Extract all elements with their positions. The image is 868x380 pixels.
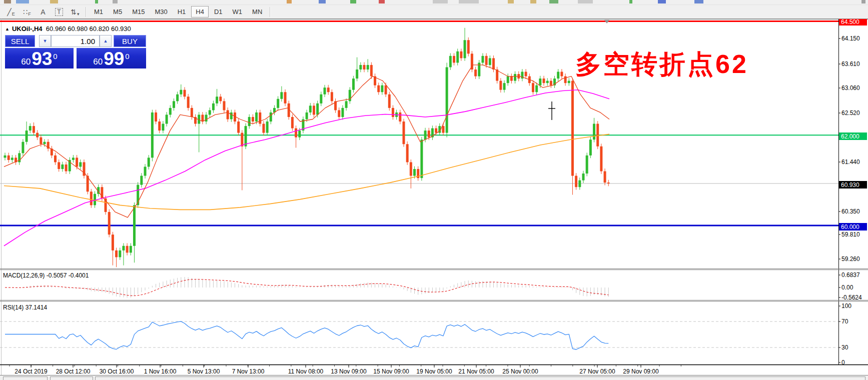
- axis-tick-label: 62.520: [841, 110, 860, 116]
- axis-tick-label: 59.810: [841, 231, 860, 238]
- timeframe-d1[interactable]: D1: [210, 6, 227, 18]
- bid-price-box[interactable]: 60930: [5, 48, 74, 68]
- time-tick-label: 28 Oct 12:00: [56, 368, 91, 375]
- axis-tick-label: 63.610: [841, 60, 860, 68]
- main-toolbar: ╱E∷FAT⇅▾ M1M5M15M30H1H4D1W1MN: [0, 5, 868, 19]
- ohlc-values: 60.960 60.980 60.820 60.930: [46, 25, 131, 32]
- clipped-icon: [578, 0, 593, 4]
- clipped-icon: [508, 0, 514, 4]
- one-click-trading-panel: SELL ▼ ▲ BUY 60930 60990: [4, 34, 147, 68]
- timeframe-w1[interactable]: W1: [228, 6, 247, 18]
- time-tick-label: 5 Nov 13:00: [188, 368, 220, 375]
- text-tool[interactable]: A: [36, 6, 51, 18]
- axis-tick-label: 0: [841, 359, 845, 366]
- macd-name: MACD(12,26,9): [3, 272, 45, 279]
- bid-pips: 93: [32, 51, 52, 67]
- macd-indicator-label: MACD(12,26,9) -0.5057 -0.4001: [3, 272, 89, 279]
- timeframe-m15[interactable]: M15: [128, 6, 149, 18]
- rsi-name: RSI(14): [3, 304, 24, 311]
- ask-price-box[interactable]: 60990: [77, 48, 146, 68]
- volume-input[interactable]: [51, 35, 100, 47]
- clipped-icon: [658, 0, 666, 4]
- bid-pipette: 0: [53, 52, 57, 60]
- axis-tick-label: 70: [841, 318, 848, 325]
- clipped-icon: [861, 0, 865, 4]
- chart-title: ▲UKOil-,H4 60.960 60.980 60.820 60.930: [5, 25, 131, 32]
- price-level-badge: 64.500: [839, 18, 867, 26]
- ask-pipette: 0: [125, 52, 129, 60]
- ask-pips: 99: [104, 51, 124, 67]
- time-tick-label: 7 Nov 13:00: [232, 368, 265, 375]
- time-tick-label: 29 Nov 09:00: [623, 368, 658, 375]
- toolbar-separator-2: [270, 7, 271, 17]
- trading-terminal-window: { "toolbar": { "drawing_tools": [ {"name…: [0, 0, 868, 380]
- timeframe-group: M1M5M15M30H1H4D1W1MN: [89, 6, 267, 18]
- clipped-icon: [350, 0, 356, 4]
- status-bar-clipped: [0, 375, 868, 380]
- axis-tick-label: 0.6837: [841, 272, 860, 278]
- timeframe-m1[interactable]: M1: [90, 6, 108, 18]
- axis-tick-label: 63.060: [841, 84, 860, 92]
- axis-tick-label: 0.00: [841, 284, 853, 291]
- axis-tick-label: 64.150: [841, 35, 860, 42]
- status-box: [3, 376, 48, 380]
- time-tick-label: 11 Nov 08:00: [288, 368, 324, 375]
- ask-big-figure: 60: [93, 58, 103, 66]
- clipped-icon: [50, 0, 58, 4]
- axis-tick-label: 59.260: [841, 256, 860, 262]
- clipped-icon: [319, 0, 326, 4]
- rsi-value: 37.1414: [26, 304, 47, 311]
- sell-button[interactable]: SELL: [5, 35, 35, 47]
- clipped-icon: [694, 0, 703, 4]
- axis-tick-label: 100: [841, 302, 851, 310]
- price-level-badge: 60.000: [839, 223, 867, 230]
- clipped-icon: [629, 0, 632, 4]
- axis-tick-label: 60.350: [841, 208, 860, 215]
- collapse-icon[interactable]: ▲: [5, 26, 10, 32]
- rsi-indicator-label: RSI(14) 37.1414: [3, 304, 47, 311]
- macd-value: -0.5057: [47, 272, 67, 279]
- volume-decrease-button[interactable]: ▼: [39, 35, 51, 47]
- time-tick-label: 24 Oct 2019: [15, 368, 47, 375]
- chart-annotation-text: 多空转折点62: [575, 47, 748, 82]
- symbol-period: UKOil-,H4: [12, 25, 43, 32]
- timeframe-mn[interactable]: MN: [248, 6, 267, 18]
- status-box: [50, 376, 93, 380]
- status-box: [95, 376, 865, 380]
- volume-increase-button[interactable]: ▲: [100, 35, 112, 47]
- up-arrow-icon: ▲: [104, 38, 108, 44]
- axis-tick-label: 61.440: [841, 158, 860, 166]
- macd-signal-value: -0.4001: [69, 272, 89, 279]
- time-tick-label: 21 Nov 05:00: [458, 368, 494, 375]
- bid-big-figure: 60: [21, 58, 31, 66]
- timeframe-m30[interactable]: M30: [150, 6, 172, 18]
- equidistant-channel-tool[interactable]: ╱E: [4, 6, 19, 18]
- clipped-icon: [4, 0, 11, 4]
- toolbar-top-clipped-row: [0, 0, 868, 5]
- clipped-icon: [459, 0, 479, 4]
- time-tick-label: 27 Nov 05:00: [579, 368, 615, 375]
- axis-tick-label: -0.5624: [841, 294, 862, 301]
- timeframe-h1[interactable]: H1: [173, 6, 191, 18]
- price-level-badge: 60.930: [839, 181, 867, 188]
- buy-button[interactable]: BUY: [114, 35, 146, 47]
- time-tick-label: 25 Nov 00:00: [502, 368, 538, 375]
- toolbar-separator: [86, 7, 87, 17]
- time-tick-label: 1 Nov 16:00: [144, 368, 177, 375]
- time-tick-label: 13 Nov 09:00: [331, 368, 366, 375]
- clipped-icon: [113, 0, 118, 4]
- drawing-tools-group: ╱E∷FAT⇅▾: [3, 6, 83, 18]
- fibonacci-retracement-tool[interactable]: ∷F: [20, 6, 35, 18]
- timeframe-m5[interactable]: M5: [109, 6, 127, 18]
- text-label-tool[interactable]: T: [52, 6, 67, 18]
- clipped-icon: [433, 0, 448, 4]
- arrows-tool[interactable]: ⇅▾: [68, 6, 83, 18]
- time-tick-label: 19 Nov 05:00: [416, 368, 452, 375]
- clipped-icon: [530, 0, 536, 4]
- clipped-icon: [549, 0, 558, 4]
- down-arrow-icon: ▼: [43, 38, 48, 44]
- price-level-badge: 62.000: [839, 132, 867, 140]
- timeframe-h4[interactable]: H4: [191, 6, 209, 18]
- clipped-icon: [379, 0, 385, 4]
- time-tick-label: 15 Nov 09:00: [373, 368, 409, 375]
